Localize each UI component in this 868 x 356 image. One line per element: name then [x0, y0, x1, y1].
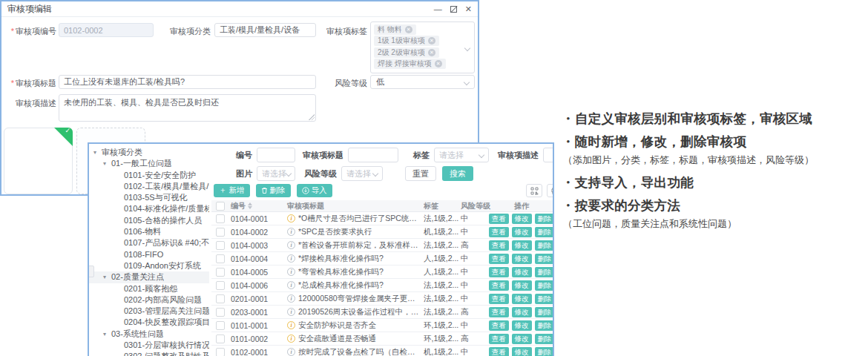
- delete-row-button[interactable]: 删除: [535, 214, 555, 224]
- view-button[interactable]: 查看: [489, 254, 509, 264]
- tree-item[interactable]: ▾ 0104-标准化操作/质量标准: [89, 203, 209, 214]
- maximize-icon[interactable]: [450, 6, 457, 13]
- row-checkbox[interactable]: [216, 321, 225, 330]
- delete-row-button[interactable]: 删除: [535, 227, 555, 237]
- row-checkbox[interactable]: [216, 334, 225, 343]
- header-tag: 标签: [424, 201, 461, 211]
- view-button[interactable]: 查看: [489, 347, 509, 356]
- search-title-input[interactable]: [348, 148, 398, 162]
- tree-item[interactable]: ▾ 0102-工装/模具/量检具/设备: [89, 181, 209, 192]
- tree-item[interactable]: ▾ 0203-管理层高关注问题: [89, 306, 209, 317]
- chevron-down-icon[interactable]: ▾: [103, 158, 111, 169]
- view-button[interactable]: 查看: [489, 227, 509, 237]
- delete-row-button[interactable]: 删除: [535, 267, 555, 277]
- resize-handle-icon[interactable]: [309, 114, 315, 120]
- edit-button[interactable]: 修改: [512, 227, 532, 237]
- image-thumbnail[interactable]: ✓: [4, 128, 73, 194]
- row-checkbox[interactable]: [216, 241, 225, 250]
- desc-textarea[interactable]: 未使用的工装、模具、检具是否已及时归还: [59, 94, 316, 122]
- chevron-down-icon[interactable]: ▾: [103, 271, 111, 283]
- remove-tag-icon[interactable]: ✕: [428, 37, 435, 44]
- delete-row-button[interactable]: 删除: [535, 307, 555, 317]
- edit-button[interactable]: 修改: [512, 254, 532, 264]
- tree-item[interactable]: ▾ 0301-分层审核执行情况: [89, 340, 209, 351]
- edit-button[interactable]: 修改: [512, 280, 532, 291]
- tree-item[interactable]: ▾ 0106-物料: [89, 226, 209, 237]
- edit-button[interactable]: 修改: [512, 347, 532, 356]
- minimize-icon[interactable]: —: [434, 5, 442, 13]
- delete-row-button[interactable]: 删除: [535, 280, 555, 291]
- tree-item[interactable]: ▾ 0201-顾客抱怨: [89, 283, 209, 294]
- view-button[interactable]: 查看: [489, 294, 509, 304]
- edit-button[interactable]: 修改: [512, 307, 532, 317]
- reset-button[interactable]: 重置: [405, 166, 436, 181]
- edit-button[interactable]: 修改: [512, 267, 532, 277]
- scrollbar-thumb[interactable]: [88, 266, 94, 277]
- remove-tag-icon[interactable]: ✕: [428, 49, 435, 56]
- view-button[interactable]: 查看: [489, 280, 509, 291]
- tree-item[interactable]: ▾ 0107-产品标识& #40;不合格和可疑: [89, 237, 209, 248]
- category-field[interactable]: 工装/模具/量检具/设备: [214, 23, 316, 37]
- row-checkbox[interactable]: [216, 228, 225, 237]
- select-all-checkbox[interactable]: [216, 202, 225, 211]
- edit-button[interactable]: 修改: [512, 320, 532, 331]
- remove-tag-icon[interactable]: ✕: [405, 26, 412, 33]
- tags-multiselect[interactable]: 料 物料✕ 1级 1级审核项✕ 2级 2级审核项✕ 焊接 焊接审核项✕: [370, 22, 475, 73]
- tree-item[interactable]: ▾ 0101-安全/安全防护: [89, 170, 209, 181]
- qr-code-icon[interactable]: [526, 184, 542, 197]
- tree-item[interactable]: ▾ 审核项分类: [89, 147, 209, 158]
- row-risk: 高: [461, 334, 490, 344]
- row-checkbox[interactable]: [216, 294, 225, 303]
- remove-tag-icon[interactable]: ✕: [435, 60, 442, 67]
- search-number-input[interactable]: [257, 148, 295, 162]
- close-icon[interactable]: ✕: [465, 5, 472, 13]
- search-button[interactable]: 搜索: [442, 166, 473, 181]
- view-button[interactable]: 查看: [489, 240, 509, 251]
- edit-button[interactable]: 修改: [512, 240, 532, 251]
- printer-icon[interactable]: [547, 184, 554, 197]
- chevron-down-icon[interactable]: ▾: [93, 147, 102, 158]
- row-checkbox[interactable]: [216, 308, 225, 317]
- tree-item[interactable]: ▾ 01-一般工位问题: [89, 158, 209, 169]
- search-desc-label: 审核项描述: [498, 150, 539, 161]
- row-checkbox[interactable]: [216, 254, 225, 263]
- delete-row-button[interactable]: 删除: [535, 347, 555, 356]
- search-tag-select[interactable]: 请选择: [434, 148, 489, 162]
- chevron-down-icon[interactable]: ▾: [103, 329, 111, 340]
- view-button[interactable]: 查看: [489, 320, 509, 331]
- tree-item[interactable]: ▾ 0109-Andon安灯系统: [89, 260, 209, 271]
- sort-icon[interactable]: [248, 202, 252, 209]
- delete-button[interactable]: 删除: [256, 184, 291, 197]
- row-checkbox[interactable]: [216, 214, 225, 223]
- delete-row-button[interactable]: 删除: [535, 320, 555, 331]
- tree-item[interactable]: ▾ 02-质量关注点: [89, 271, 209, 283]
- tree-item[interactable]: ▾ 0302-问题整改及时性及有效性: [89, 351, 209, 356]
- delete-row-button[interactable]: 删除: [535, 240, 555, 251]
- tree-item[interactable]: ▾ 0103-5S与可视化: [89, 192, 209, 203]
- tree-item[interactable]: ▾ 0108-FIFO: [89, 249, 209, 260]
- search-risk-select[interactable]: 请选择: [341, 166, 383, 181]
- view-button[interactable]: 查看: [489, 334, 509, 344]
- edit-button[interactable]: 修改: [512, 214, 532, 224]
- tree-item[interactable]: ▾ 0202-内部高风险问题: [89, 294, 209, 306]
- row-checkbox[interactable]: [216, 348, 225, 356]
- search-desc-input[interactable]: [543, 148, 554, 162]
- edit-button[interactable]: 修改: [512, 334, 532, 344]
- view-button[interactable]: 查看: [489, 214, 509, 224]
- row-checkbox[interactable]: [216, 268, 225, 277]
- view-button[interactable]: 查看: [489, 267, 509, 277]
- delete-row-button[interactable]: 删除: [535, 334, 555, 344]
- edit-button[interactable]: 修改: [512, 294, 532, 304]
- tree-item[interactable]: ▾ 0204-快反整改跟踪项目: [89, 317, 209, 328]
- row-checkbox[interactable]: [216, 281, 225, 290]
- delete-row-button[interactable]: 删除: [535, 294, 555, 304]
- add-button[interactable]: ＋新增: [214, 184, 250, 197]
- import-button[interactable]: 导入: [297, 184, 332, 197]
- title-field[interactable]: 工位上没有未退库的工装/检具吗?: [59, 75, 316, 89]
- tree-item[interactable]: ▾ 0105-合格的操作人员: [89, 215, 209, 226]
- search-image-select[interactable]: 请选择: [257, 166, 295, 181]
- view-button[interactable]: 查看: [489, 307, 509, 317]
- delete-row-button[interactable]: 删除: [535, 254, 555, 264]
- risk-select[interactable]: 低: [370, 75, 475, 89]
- tree-item[interactable]: ▾ 03-系统性问题: [89, 329, 209, 340]
